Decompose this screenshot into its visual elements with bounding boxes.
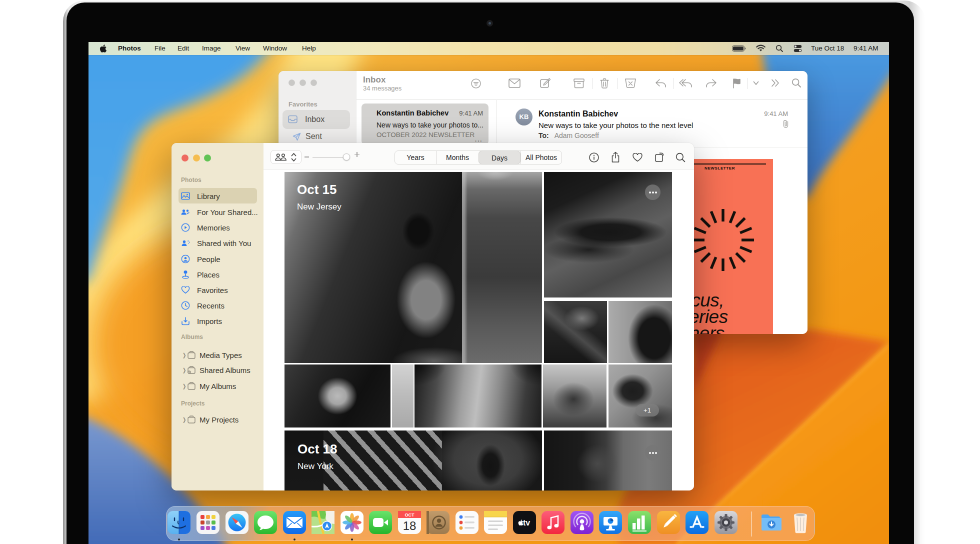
svg-text:tv: tv bbox=[523, 518, 530, 527]
svg-text:OCT: OCT bbox=[405, 512, 415, 518]
svg-text:18: 18 bbox=[403, 519, 416, 532]
